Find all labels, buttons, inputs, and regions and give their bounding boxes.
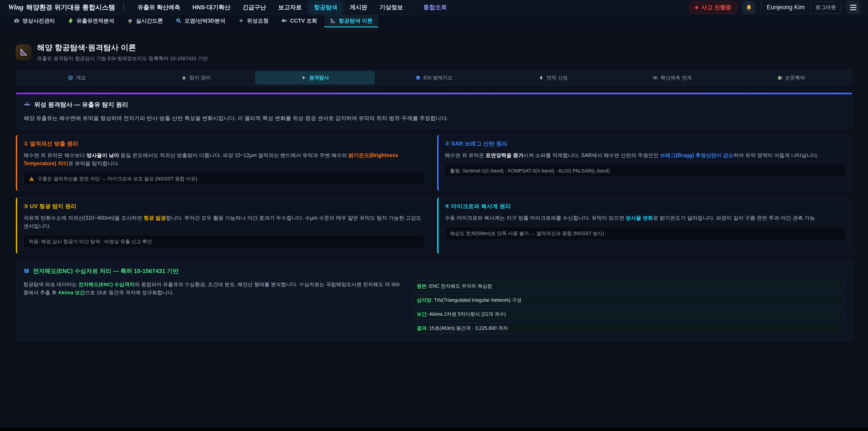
drone-icon [181, 75, 187, 81]
menu-item-aerial-search[interactable]: 항공탐색 [309, 1, 343, 14]
card-note-text: 구름은 열적외선을 완전 차단 → 마이크로파 보조 필요 (NGSST 융합 … [37, 175, 197, 182]
card-title: ③ UV 형광 탐지 원리 [24, 203, 424, 210]
subnav-item-image-photo-management[interactable]: 영상사진관리 [8, 15, 60, 27]
card-note: 적용: 해경 감시 항공기 야간 탐색 · 비정상 유출 신고 확인 [24, 235, 424, 248]
set-square-icon [19, 48, 28, 57]
menu-toggle-button[interactable] [847, 1, 860, 14]
enc-content-row: 항공탐색 좌표 데이터는 전자해도(ENC) 수심격자와 중첩되어 유출유의 수… [23, 280, 845, 334]
tab-label: 개요 [76, 74, 86, 81]
subnav-label: 영상사진관리 [22, 17, 55, 24]
sub-navigation-bar: 영상사진관리 유출유면적분석 실시간드론 오염/선박3D분석 위성요청 [0, 15, 868, 28]
card-sar-bragg: ② SAR 브래그 산란 원리 해수면 위 유막은 표면장력을 증가시켜 소파를… [437, 135, 852, 191]
tab-esi-map[interactable]: ESI 방제지도 [375, 71, 494, 84]
card-note: 구름은 열적외선을 완전 차단 → 마이크로파 보조 필요 (NGSST 융합 … [24, 172, 424, 185]
subnav-item-satellite-request[interactable]: 위성요청 [232, 15, 274, 27]
card-body: 수동 마이크로파 복사계는 지구 방출 마이크로파를 수신합니다. 유막이 있으… [445, 214, 846, 222]
card-title: ① 열적외선 방출 원리 [24, 140, 424, 147]
books-icon [777, 75, 782, 81]
menu-item-hns-diffusion[interactable]: HNS·대기확산 [187, 1, 236, 14]
camera-icon [13, 18, 20, 24]
notification-button[interactable] [742, 1, 755, 14]
page-title: 해양 항공탐색·원격탐사 이론 [37, 42, 208, 53]
topbar-divider [761, 2, 761, 12]
incident-status-badge[interactable]: 사고 진행중 [689, 1, 737, 13]
enc-row-result: 결과: 15초(463m) 등간격 · 3,225,600 격자 [412, 322, 845, 334]
logo-wing-mark: Wing [8, 3, 24, 11]
tab-diffusion-link[interactable]: 확산예측 연계 [613, 71, 732, 84]
card-microwave-radiometer: ④ 마이크로파 복사계 원리 수동 마이크로파 복사계는 지구 방출 마이크로파… [437, 197, 852, 254]
subnav-label: 위성요청 [247, 17, 269, 24]
open-book-icon [23, 268, 30, 274]
subnav-label: CCTV 조회 [290, 17, 317, 24]
logout-button[interactable]: 로그아웃 [810, 1, 841, 13]
menu-item-board[interactable]: 게시판 [344, 1, 373, 14]
card-uv-fluorescence: ③ UV 형광 탐지 원리 석유계 탄화수소에 자외선(310~400nm)을 … [16, 197, 431, 254]
bell-icon [745, 4, 752, 11]
section-title: 위성 원격탐사 — 유출유 탐지 원리 [34, 100, 128, 109]
subnav-item-aerial-search-theory[interactable]: 항공탐색 이론 [324, 15, 378, 27]
card-note: 활용: Sentinel-1(C-band) · KOMPSAT-5(X-ban… [445, 164, 846, 177]
card-body: 해수면 위 유막은 표면장력을 증가시켜 소파를 억제합니다. SAR에서 해수… [445, 151, 846, 160]
cctv-icon [281, 18, 287, 24]
logo-text: 해양환경 위기대응 통합시스템 [26, 3, 115, 12]
card-body: 석유계 탄화수소에 자외선(310~400nm)을 조사하면 형광 발광합니다.… [24, 214, 424, 230]
page-header: 해양 항공탐색·원격탐사 이론 유출유 원격탐지·항공감시 기법·ESI 방제정… [16, 42, 852, 62]
card-note-text: 적용: 해경 감시 항공기 야간 탐색 · 비정상 유출 신고 확인 [29, 238, 152, 245]
tab-detection-equipment[interactable]: 탐지 장비 [136, 71, 256, 84]
menu-item-oil-spill-prediction[interactable]: 유출유 확산예측 [132, 1, 186, 14]
subnav-item-oil-area-analysis[interactable]: 유출유면적분석 [62, 15, 120, 27]
menu-item-reports[interactable]: 보고자료 [273, 1, 307, 14]
bottom-edge-strip [0, 428, 868, 431]
card-thermal-infrared: ① 열적외선 방출 원리 해수면 위 유막은 해수보다 방사율이 낮아 동일 온… [16, 135, 431, 191]
tab-label: 원격탐사 [309, 74, 329, 81]
theory-tab-bar: 개요 탐지 장비 원격탐사 ESI 방제지도 [16, 70, 852, 86]
menu-item-weather-info[interactable]: 기상정보 [374, 1, 408, 14]
tab-papers-patents[interactable]: 논문특허 [732, 71, 850, 84]
card-body: 해수면 위 유막은 해수보다 방사율이 낮아 동일 온도에서도 적외선 방출량이… [24, 151, 424, 167]
topbar-right-group: 사고 진행중 Eunjeong Kim 로그아웃 [689, 1, 860, 14]
subnav-item-cctv-view[interactable]: CCTV 조회 [276, 15, 322, 27]
status-badge-label: 사고 진행중 [702, 4, 731, 11]
puzzle-icon [68, 18, 74, 24]
status-dot-icon [695, 6, 698, 9]
set-square-icon [330, 18, 336, 24]
pen-icon [538, 75, 544, 81]
card-note-text: 해상도 한계(50km)로 단독 사용 불가 → 열적외선과 융합 (NGSST… [450, 230, 604, 237]
tab-remote-sensing[interactable]: 원격탐사 [255, 71, 375, 84]
main-content: 해양 항공탐색·원격탐사 이론 유출유 원격탐지·항공감시 기법·ESI 방제정… [0, 28, 868, 341]
tab-label: 논문특허 [785, 74, 805, 81]
enc-row-tin: 삼각망: TIN(Triangulated Irregular Network)… [412, 295, 845, 306]
tab-overview[interactable]: 개요 [18, 71, 136, 84]
menu-divider [413, 4, 413, 11]
drone-icon [127, 18, 133, 24]
satellite-icon [24, 101, 31, 108]
tab-label: 면적 산정 [547, 74, 568, 81]
subnav-label: 항공탐색 이론 [339, 17, 373, 24]
page-icon-box [16, 44, 31, 60]
menu-item-integrated-search[interactable]: 통합조회 [418, 1, 452, 14]
user-name: Eunjeong Kim [767, 4, 805, 11]
subnav-label: 오염/선박3D분석 [184, 17, 225, 24]
page-title-block: 해양 항공탐색·원격탐사 이론 유출유 원격탐지·항공감시 기법·ESI 방제정… [37, 42, 208, 62]
subnav-label: 유출유면적분석 [76, 17, 114, 24]
enc-section-title-row: 전자해도(ENC) 수심자료 처리 — 특허 10-1567431 기반 [23, 267, 845, 275]
remote-sensing-section: 위성 원격탐사 — 유출유 탐지 원리 해양 유출유는 해수면에 유막을 형성하… [16, 93, 852, 129]
subnav-item-pollution-ship-3d[interactable]: 오염/선박3D분석 [170, 15, 231, 27]
tab-label: ESI 방제지도 [423, 74, 453, 81]
enc-section-title: 전자해도(ENC) 수심자료 처리 — 특허 10-1567431 기반 [33, 267, 179, 275]
link-icon [652, 75, 658, 81]
enc-depth-data-section: 전자해도(ENC) 수심자료 처리 — 특허 10-1567431 기반 항공탐… [16, 261, 852, 341]
card-title: ② SAR 브래그 산란 원리 [445, 140, 846, 147]
app-root: Wing 해양환경 위기대응 통합시스템 유출유 확산예측 HNS·대기확산 긴… [0, 0, 868, 431]
enc-row-interpolation: 보간: Akima 2차원 5차다항식 (21개 계수) [412, 308, 845, 319]
top-navigation-bar: Wing 해양환경 위기대응 통합시스템 유출유 확산예측 HNS·대기확산 긴… [0, 0, 868, 15]
enc-body-text: 항공탐색 좌표 데이터는 전자해도(ENC) 수심격자와 중첩되어 유출유의 수… [23, 280, 401, 297]
enc-process-rows: 원본: ENC 전자해도 무작위 측심점 삼각망: TIN(Triangulat… [412, 280, 845, 334]
subnav-item-realtime-drone[interactable]: 실시간드론 [122, 15, 168, 27]
menu-item-emergency-rescue[interactable]: 긴급구난 [237, 1, 272, 14]
magnifier-icon [176, 18, 182, 24]
sparkle-icon [301, 75, 306, 81]
card-title: ④ 마이크로파 복사계 원리 [445, 203, 846, 210]
card-note: 해상도 한계(50km)로 단독 사용 불가 → 열적외선과 융합 (NGSST… [445, 227, 846, 240]
tab-area-calculation[interactable]: 면적 산정 [493, 71, 613, 84]
